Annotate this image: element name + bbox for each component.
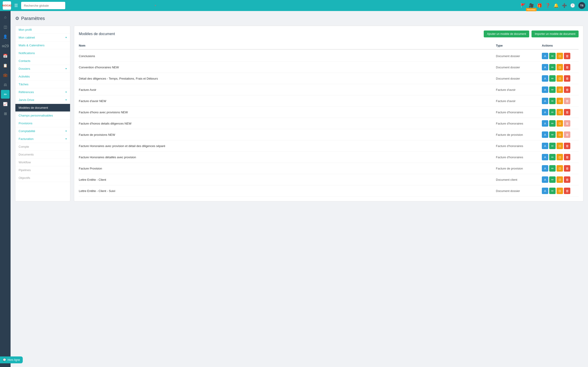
icon-analytics[interactable]: 📈 (1, 100, 10, 108)
action-a-button[interactable]: A (542, 86, 548, 93)
action-edit-button[interactable]: ✏ (549, 120, 556, 127)
action-delete-button[interactable]: 🗑 (564, 131, 570, 138)
action-a-button[interactable]: A (542, 53, 548, 59)
left-menu-item-10[interactable]: Modèles de document (15, 104, 70, 112)
left-menu-item-9[interactable]: Jarvis Drive▾ (15, 96, 70, 104)
left-menu-item-12[interactable]: Provisions (15, 119, 70, 127)
action-edit-button[interactable]: ✏ (549, 109, 556, 115)
import-model-button[interactable]: Importer un modèle de document (531, 31, 579, 37)
action-a-button[interactable]: A (542, 75, 548, 82)
action-copy-button[interactable]: ⊡ (556, 120, 563, 127)
left-menu-item-17[interactable]: Workflow (15, 158, 70, 166)
action-delete-button[interactable]: 🗑 (564, 188, 570, 194)
action-a-button[interactable]: A (542, 64, 548, 70)
action-a-button[interactable]: A (542, 143, 548, 149)
left-menu-item-1[interactable]: Mon cabinet▾ (15, 34, 70, 42)
help-icon[interactable]: ❓ (545, 3, 550, 8)
action-a-button[interactable]: A (542, 131, 548, 138)
action-delete-button[interactable]: 🗑 (564, 165, 570, 172)
action-copy-button[interactable]: ⊡ (556, 188, 563, 194)
app-logo[interactable]: AVOCAD (3, 1, 11, 10)
action-a-button[interactable]: A (542, 120, 548, 127)
left-menu-item-3[interactable]: Notifications (15, 49, 70, 57)
action-edit-button[interactable]: ✏ (549, 64, 556, 70)
action-delete-button[interactable]: 🗑 (564, 75, 570, 82)
action-copy-button[interactable]: ⊡ (556, 154, 563, 160)
action-delete-button[interactable]: 🗑 (564, 98, 570, 104)
action-a-button[interactable]: A (542, 98, 548, 104)
action-delete-button[interactable]: 🗑 (564, 53, 570, 59)
left-menu-item-2[interactable]: Mails & Calendriers (15, 42, 70, 49)
left-menu-item-8[interactable]: Références▾ (15, 88, 70, 96)
action-copy-button[interactable]: ⊡ (556, 53, 563, 59)
action-delete-button[interactable]: 🗑 (564, 120, 570, 127)
action-edit-button[interactable]: ✏ (549, 98, 556, 104)
action-copy-button[interactable]: ⊡ (556, 64, 563, 70)
left-menu-item-0[interactable]: Mon profil (15, 26, 70, 34)
add-model-button[interactable]: Ajouter un modèle de document (484, 31, 529, 37)
action-edit-button[interactable]: ✏ (549, 75, 556, 82)
action-edit-button[interactable]: ✏ (549, 176, 556, 183)
icon-briefcase[interactable]: 💼 (1, 71, 10, 79)
action-edit-button[interactable]: ✏ (549, 188, 556, 194)
gift-icon[interactable]: 🎁 (537, 3, 542, 8)
action-delete-button[interactable]: 🗑 (564, 86, 570, 93)
action-edit-button[interactable]: ✏ (549, 165, 556, 172)
user-avatar[interactable]: TS (578, 2, 585, 9)
left-menu-item-7[interactable]: Tâches (15, 81, 70, 88)
hamburger-button[interactable]: ☰ (13, 2, 19, 9)
left-menu-item-13[interactable]: Comptabilité▾ (15, 127, 70, 135)
icon-mail[interactable]: ✉ 29 (1, 42, 10, 50)
action-edit-button[interactable]: ✏ (549, 86, 556, 93)
left-menu-item-14[interactable]: Facturation▾ (15, 135, 70, 143)
clock-icon[interactable]: 🕐 (570, 3, 575, 8)
video-icon[interactable]: 🎥 Nouveau (529, 3, 534, 8)
action-copy-button[interactable]: ⊡ (556, 86, 563, 93)
left-menu-item-6[interactable]: Activités (15, 73, 70, 81)
table-row: Facture ProvisionFacture de provisionA✏⊡… (79, 163, 579, 174)
action-copy-button[interactable]: ⊡ (556, 109, 563, 115)
icon-chart[interactable]: ◫ (1, 23, 10, 31)
flag-icon[interactable]: 🚩 (520, 3, 526, 8)
action-delete-button[interactable]: 🗑 (564, 109, 570, 115)
left-menu-item-19[interactable]: Objectifs (15, 174, 70, 182)
action-copy-button[interactable]: ⊡ (556, 143, 563, 149)
icon-calendar[interactable]: 📅 (1, 51, 10, 60)
left-menu-item-16[interactable]: Documents (15, 151, 70, 158)
action-a-button[interactable]: A (542, 154, 548, 160)
icon-user[interactable]: 👤 (1, 32, 10, 41)
icon-agenda[interactable]: 📋 (1, 61, 10, 70)
action-edit-button[interactable]: ✏ (549, 154, 556, 160)
left-menu-item-11[interactable]: Champs personnalisables (15, 112, 70, 119)
icon-balance[interactable]: ⚖ (1, 80, 10, 89)
bell-icon[interactable]: 🔔 (553, 3, 559, 8)
chat-bubble[interactable]: 💬 Hors ligne (0, 357, 23, 363)
action-delete-button[interactable]: 🗑 (564, 64, 570, 70)
left-menu-item-15[interactable]: Compte (15, 143, 70, 151)
action-a-button[interactable]: A (542, 165, 548, 172)
action-a-button[interactable]: A (542, 188, 548, 194)
action-copy-button[interactable]: ⊡ (556, 176, 563, 183)
action-copy-button[interactable]: ⊡ (556, 75, 563, 82)
action-copy-button[interactable]: ⊡ (556, 165, 563, 172)
action-edit-button[interactable]: ✏ (549, 131, 556, 138)
action-delete-button[interactable]: 🗑 (564, 154, 570, 160)
action-edit-button[interactable]: ✏ (549, 53, 556, 59)
icon-grid[interactable]: ⊞ (1, 109, 10, 118)
action-a-button[interactable]: A (542, 109, 548, 115)
menu-label: Documents (19, 153, 34, 156)
action-copy-button[interactable]: ⊡ (556, 98, 563, 104)
search-input[interactable] (21, 2, 65, 9)
action-delete-button[interactable]: 🗑 (564, 143, 570, 149)
action-copy-button[interactable]: ⊡ (556, 131, 563, 138)
action-edit-button[interactable]: ✏ (549, 143, 556, 149)
left-menu-item-5[interactable]: Dossiers▾ (15, 65, 70, 73)
action-a-button[interactable]: A (542, 176, 548, 183)
icon-home[interactable]: ⌂ (1, 13, 10, 22)
left-menu-item-18[interactable]: Pipelines (15, 166, 70, 174)
menu-label: Comptabilité (19, 129, 35, 133)
left-menu-item-4[interactable]: Contacts (15, 57, 70, 65)
action-delete-button[interactable]: 🗑 (564, 176, 570, 183)
icon-edit[interactable]: ✏ (1, 90, 10, 99)
plus-icon[interactable]: ➕ (562, 3, 567, 8)
